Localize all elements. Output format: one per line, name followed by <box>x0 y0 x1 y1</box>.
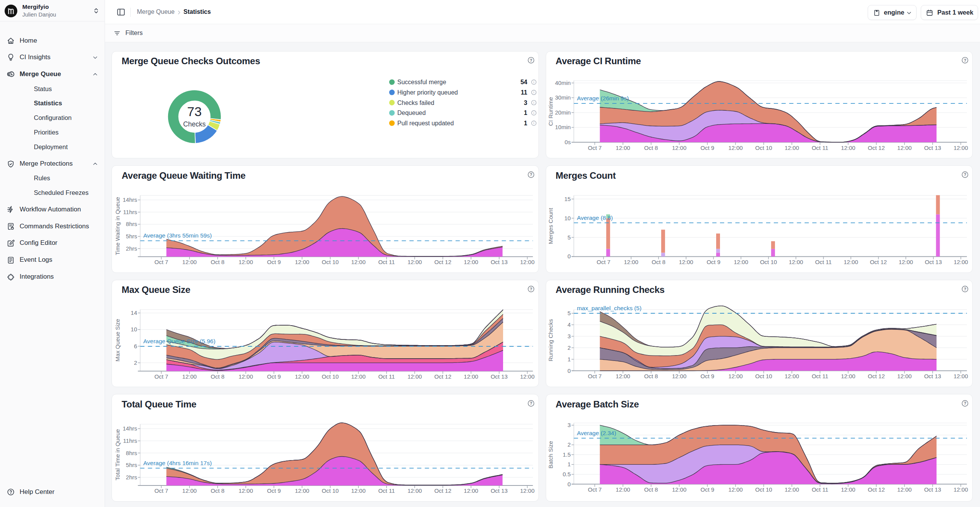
svg-text:0: 0 <box>568 367 571 374</box>
svg-text:Oct 7: Oct 7 <box>154 487 168 494</box>
svg-text:Average (26min 9s): Average (26min 9s) <box>577 95 629 101</box>
svg-text:Oct 9: Oct 9 <box>700 145 714 151</box>
svg-text:10min: 10min <box>555 124 571 130</box>
svg-text:Pull request updated: Pull request updated <box>397 120 454 126</box>
svg-text:Average (8.8): Average (8.8) <box>577 214 613 221</box>
svg-text:12:00: 12:00 <box>728 145 743 151</box>
svg-text:Oct 12: Oct 12 <box>870 259 887 265</box>
svg-text:Oct 10: Oct 10 <box>760 259 777 265</box>
svg-text:i: i <box>533 80 534 84</box>
svg-text:12:00: 12:00 <box>520 487 535 494</box>
svg-text:Merge Queue Checks Outcomes: Merge Queue Checks Outcomes <box>122 56 260 66</box>
svg-text:Oct 11: Oct 11 <box>812 373 828 379</box>
svg-text:12:00: 12:00 <box>351 259 366 265</box>
svg-text:3: 3 <box>568 422 571 428</box>
svg-text:14hrs: 14hrs <box>123 196 137 203</box>
svg-text:2: 2 <box>134 359 137 366</box>
svg-text:i: i <box>533 101 534 105</box>
svg-text:Average Batch Size: Average Batch Size <box>556 399 639 409</box>
svg-text:i: i <box>533 90 534 94</box>
svg-text:12:00: 12:00 <box>464 259 478 265</box>
svg-text:12:00: 12:00 <box>238 373 253 380</box>
svg-text:12:00: 12:00 <box>897 486 912 493</box>
svg-text:Oct 11: Oct 11 <box>815 259 832 265</box>
svg-text:12:00: 12:00 <box>672 373 687 379</box>
svg-text:6: 6 <box>134 343 137 349</box>
svg-text:12:00: 12:00 <box>295 487 310 494</box>
svg-text:Merges Count: Merges Count <box>556 170 616 181</box>
svg-text:12:00: 12:00 <box>182 373 197 380</box>
svg-text:30min: 30min <box>555 94 571 101</box>
svg-text:?: ? <box>530 58 532 63</box>
svg-text:Oct 11: Oct 11 <box>812 486 828 493</box>
svg-text:12:00: 12:00 <box>897 145 912 151</box>
svg-text:Oct 8: Oct 8 <box>644 373 658 379</box>
svg-text:i: i <box>533 111 534 115</box>
svg-text:12:00: 12:00 <box>295 259 310 265</box>
svg-text:CI Runtime: CI Runtime <box>547 97 554 126</box>
svg-text:Average (3hrs 55min 59s): Average (3hrs 55min 59s) <box>143 232 212 239</box>
svg-text:5: 5 <box>568 234 571 241</box>
svg-text:12:00: 12:00 <box>672 486 687 493</box>
svg-text:i: i <box>533 121 534 125</box>
svg-text:Dequeued: Dequeued <box>397 110 426 116</box>
svg-text:Oct 13: Oct 13 <box>924 373 941 379</box>
svg-text:Oct 9: Oct 9 <box>267 259 281 265</box>
svg-text:12:00: 12:00 <box>897 373 912 379</box>
svg-text:Average (2.34): Average (2.34) <box>577 430 616 436</box>
svg-text:12:00: 12:00 <box>728 373 743 379</box>
svg-text:1: 1 <box>568 356 571 362</box>
svg-text:Oct 10: Oct 10 <box>322 373 339 380</box>
svg-text:0.5: 0.5 <box>563 471 571 477</box>
svg-text:8hrs: 8hrs <box>126 221 137 227</box>
svg-text:12:00: 12:00 <box>351 487 366 494</box>
svg-text:Running Checks: Running Checks <box>547 319 554 361</box>
svg-text:Merges Count: Merges Count <box>547 208 554 244</box>
svg-text:Checks: Checks <box>183 120 206 128</box>
svg-text:Oct 13: Oct 13 <box>491 487 508 494</box>
svg-text:Oct 12: Oct 12 <box>434 373 451 380</box>
svg-text:11: 11 <box>521 89 527 96</box>
svg-text:10: 10 <box>564 215 571 221</box>
svg-text:Oct 12: Oct 12 <box>434 487 451 494</box>
svg-text:12:00: 12:00 <box>785 373 799 379</box>
svg-text:1.5: 1.5 <box>563 451 571 458</box>
svg-text:Oct 13: Oct 13 <box>924 145 941 151</box>
svg-text:Oct 12: Oct 12 <box>868 486 885 493</box>
svg-text:Oct 8: Oct 8 <box>211 373 225 380</box>
svg-text:Successful merge: Successful merge <box>397 79 446 85</box>
svg-text:Oct 9: Oct 9 <box>267 487 281 494</box>
svg-text:1: 1 <box>524 120 527 126</box>
svg-text:40min: 40min <box>555 80 571 86</box>
svg-text:12:00: 12:00 <box>953 486 968 493</box>
svg-text:Batch Size: Batch Size <box>547 441 554 469</box>
svg-text:11hrs: 11hrs <box>123 437 137 444</box>
svg-text:54: 54 <box>520 79 527 85</box>
svg-text:Max Queue Size: Max Queue Size <box>122 284 190 295</box>
svg-text:0: 0 <box>568 253 571 259</box>
svg-text:Average Queue Waiting Time: Average Queue Waiting Time <box>122 170 245 181</box>
svg-text:Oct 9: Oct 9 <box>267 373 281 380</box>
svg-text:Max Queue Size: Max Queue Size <box>114 319 121 362</box>
svg-text:Oct 12: Oct 12 <box>868 145 885 151</box>
svg-text:Higher priority queued: Higher priority queued <box>397 89 458 96</box>
svg-text:Oct 11: Oct 11 <box>378 373 395 380</box>
svg-text:Oct 10: Oct 10 <box>755 373 772 379</box>
svg-text:Total Queue Time: Total Queue Time <box>122 399 196 409</box>
svg-text:Oct 7: Oct 7 <box>154 259 168 265</box>
svg-text:12:00: 12:00 <box>785 486 799 493</box>
svg-text:Average (4hrs 16min 17s): Average (4hrs 16min 17s) <box>143 460 212 466</box>
svg-text:?: ? <box>964 287 967 291</box>
svg-text:5: 5 <box>568 310 571 316</box>
svg-text:12:00: 12:00 <box>789 259 803 265</box>
svg-text:Oct 11: Oct 11 <box>378 487 395 494</box>
svg-text:Oct 10: Oct 10 <box>322 259 339 265</box>
svg-text:12:00: 12:00 <box>238 259 253 265</box>
svg-text:Oct 11: Oct 11 <box>812 145 828 151</box>
svg-text:Oct 12: Oct 12 <box>868 373 885 379</box>
svg-text:12:00: 12:00 <box>844 259 858 265</box>
svg-text:?: ? <box>964 58 967 63</box>
svg-text:12:00: 12:00 <box>672 145 687 151</box>
svg-text:5hrs: 5hrs <box>126 462 137 468</box>
svg-text:12:00: 12:00 <box>734 259 748 265</box>
